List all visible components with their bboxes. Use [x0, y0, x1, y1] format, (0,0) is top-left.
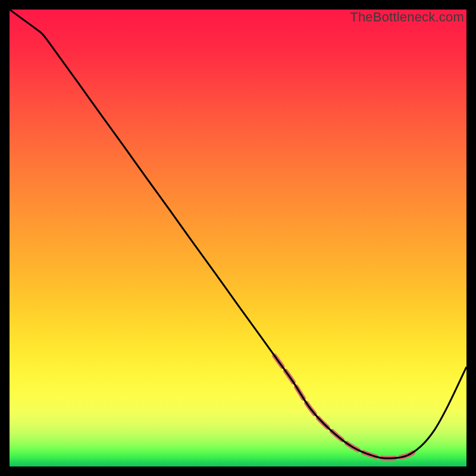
watermark-text: TheBottleneck.com	[350, 10, 464, 25]
chart-frame: TheBottleneck.com	[0, 0, 476, 476]
chart-svg	[10, 10, 466, 466]
gradient-background	[10, 10, 466, 466]
plot-area: TheBottleneck.com	[10, 10, 466, 466]
